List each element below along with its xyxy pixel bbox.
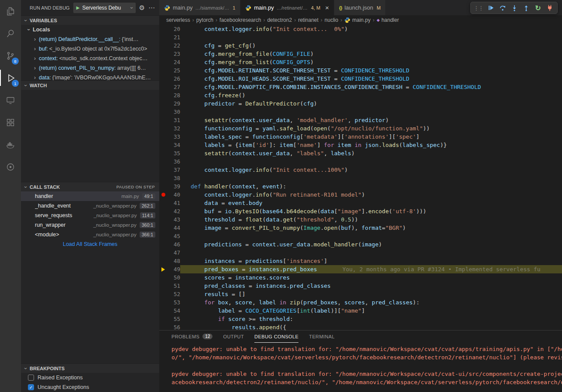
- gutter-margin[interactable]: [159, 25, 167, 33]
- code-line[interactable]: 38: [159, 174, 562, 182]
- code-line[interactable]: 50 scores = instances.scores: [159, 273, 562, 282]
- gutter-margin[interactable]: [159, 116, 167, 124]
- circle-tool-icon[interactable]: [0, 156, 21, 178]
- code-line[interactable]: 48 instances = predictions['instances']: [159, 257, 562, 265]
- gutter-margin[interactable]: [159, 174, 167, 182]
- gutter-margin[interactable]: [159, 282, 167, 290]
- code-line[interactable]: 22 cfg = get_cfg(): [159, 41, 562, 50]
- code-line[interactable]: 55 if score >= threshold:: [159, 315, 562, 323]
- stack-frame-row[interactable]: run_wrapper_nuclio_wrapper.py360:1: [21, 220, 159, 230]
- code-line[interactable]: 45: [159, 232, 562, 240]
- close-icon[interactable]: ×: [325, 4, 329, 11]
- remote-explorer-icon[interactable]: [0, 89, 21, 111]
- gutter-margin[interactable]: [159, 257, 167, 265]
- watch-section-header[interactable]: › WATCH: [21, 80, 159, 90]
- code-line[interactable]: 39def handler(context, event):: [159, 182, 562, 191]
- gutter-margin[interactable]: [159, 133, 167, 141]
- tab-main.py[interactable]: main.py…/retinanet/…4, M×: [240, 0, 334, 15]
- panel-tab-debug-console[interactable]: DEBUG CONSOLE: [254, 331, 298, 343]
- gutter-margin[interactable]: [159, 315, 167, 323]
- call-stack-section-header[interactable]: › CALL STACK PAUSED ON STEP: [21, 182, 159, 191]
- gutter-margin[interactable]: [159, 83, 167, 91]
- gutter-margin[interactable]: [159, 149, 167, 157]
- variable-row[interactable]: ›data:{'image': 'iVBORw0KGgoAAAANSUhE…: [21, 73, 159, 80]
- tab-launch.json[interactable]: {}launch.jsonM: [334, 0, 386, 15]
- breadcrumb-item[interactable]: main.py: [344, 17, 370, 23]
- gutter-margin[interactable]: [159, 141, 167, 149]
- code-line[interactable]: 42 buf = io.BytesIO(base64.b64decode(dat…: [159, 207, 562, 215]
- gutter-margin[interactable]: [159, 33, 167, 41]
- gutter-margin[interactable]: [159, 290, 167, 298]
- code-editor[interactable]: 20 context.logger.info("Init context... …: [159, 25, 562, 330]
- code-line[interactable]: 47: [159, 249, 562, 257]
- code-line[interactable]: 41 data = event.body: [159, 199, 562, 207]
- gutter-margin[interactable]: [159, 75, 167, 83]
- variables-section-header[interactable]: › VARIABLES: [21, 15, 159, 25]
- search-icon[interactable]: [0, 22, 21, 44]
- load-all-stack-frames-link[interactable]: Load All Stack Frames: [21, 239, 159, 249]
- continue-button[interactable]: [486, 3, 496, 13]
- code-line[interactable]: 49 pred_boxes = instances.pred_boxesYou,…: [159, 265, 562, 273]
- gutter-margin[interactable]: [159, 166, 167, 174]
- gutter-margin[interactable]: [159, 50, 167, 58]
- restart-button[interactable]: ↻: [533, 3, 543, 13]
- code-line[interactable]: 31 setattr(context.user_data, 'model_han…: [159, 116, 562, 124]
- gutter-margin[interactable]: [159, 58, 167, 66]
- explorer-icon[interactable]: [0, 0, 21, 22]
- variable-row[interactable]: ›(return) convert_PIL_to_numpy:array([[[…: [21, 63, 159, 73]
- checkbox-checked-icon[interactable]: ✓: [28, 384, 34, 390]
- code-line[interactable]: 35 setattr(context.user_data, "labels", …: [159, 149, 562, 157]
- code-line[interactable]: 33 labels_spec = functionconfig['metadat…: [159, 133, 562, 141]
- code-line[interactable]: 23 cfg.merge_from_file(CONFIG_FILE): [159, 50, 562, 58]
- code-line[interactable]: 54 label = COCO_CATEGORIES[int(label)]["…: [159, 307, 562, 315]
- gutter-margin[interactable]: [159, 199, 167, 207]
- gear-icon[interactable]: ⚙: [139, 4, 145, 11]
- gutter-margin[interactable]: [159, 66, 167, 75]
- debug-config-dropdown[interactable]: ▶ Serverless Debu ›: [73, 3, 136, 13]
- disconnect-button[interactable]: [545, 3, 555, 13]
- code-line[interactable]: 34 labels = {item['id']: item['name'] fo…: [159, 141, 562, 149]
- gutter-margin[interactable]: [159, 124, 167, 133]
- gutter-margin[interactable]: [159, 240, 167, 249]
- gutter-margin[interactable]: [159, 91, 167, 99]
- code-line[interactable]: 28 cfg.freeze(): [159, 91, 562, 99]
- code-line[interactable]: 36: [159, 157, 562, 166]
- start-debug-icon[interactable]: ▶: [76, 5, 80, 10]
- panel-tab-terminal[interactable]: TERMINAL: [309, 331, 335, 343]
- step-out-button[interactable]: [521, 3, 531, 13]
- gutter-margin[interactable]: [159, 298, 167, 307]
- stack-frame-row[interactable]: handlermain.py49:1: [21, 191, 159, 201]
- debug-console-output[interactable]: pydev debugger: unable to find translati…: [159, 343, 562, 392]
- code-line[interactable]: 51 pred_classes = instances.pred_classes: [159, 282, 562, 290]
- code-line[interactable]: 43 threshold = float(data.get("threshold…: [159, 215, 562, 224]
- toolbar-drag-handle[interactable]: ⋮⋮: [473, 5, 484, 11]
- gutter-margin[interactable]: [159, 273, 167, 282]
- gutter-margin[interactable]: [159, 323, 167, 330]
- code-line[interactable]: 44 image = convert_PIL_to_numpy(Image.op…: [159, 224, 562, 232]
- breadcrumb-item[interactable]: facebookresearch: [219, 17, 261, 23]
- gutter-margin[interactable]: [159, 249, 167, 257]
- code-line[interactable]: 46 predictions = context.user_data.model…: [159, 240, 562, 249]
- gutter-margin[interactable]: [159, 108, 167, 116]
- code-line[interactable]: 56 results.append({: [159, 323, 562, 330]
- gutter-margin[interactable]: [159, 99, 167, 108]
- breadcrumb-item[interactable]: ◆handler: [377, 17, 399, 23]
- tab-main.py[interactable]: main.py…/siammask/…1: [159, 0, 240, 15]
- stack-frame-row[interactable]: _handle_event_nuclio_wrapper.py262:1: [21, 201, 159, 211]
- gutter-margin[interactable]: [159, 191, 167, 199]
- code-line[interactable]: 40 context.logger.info("Run retinanet-R1…: [159, 191, 562, 199]
- breakpoints-section-header[interactable]: › BREAKPOINTS: [21, 363, 159, 373]
- panel-tab-problems[interactable]: PROBLEMS12: [171, 331, 212, 343]
- gutter-margin[interactable]: [159, 307, 167, 315]
- panel-tab-output[interactable]: OUTPUT: [223, 331, 244, 343]
- source-control-icon[interactable]: 8: [0, 44, 21, 67]
- step-over-button[interactable]: [497, 3, 508, 13]
- gutter-margin[interactable]: [159, 265, 167, 273]
- run-and-debug-icon[interactable]: 1: [0, 67, 21, 89]
- code-line[interactable]: 24 cfg.merge_from_list(CONFIG_OPTS): [159, 58, 562, 66]
- variable-row[interactable]: ›(return) DefaultPredictor.__call__:{'in…: [21, 34, 159, 44]
- code-line[interactable]: 20 context.logger.info("Init context... …: [159, 25, 562, 33]
- variable-row[interactable]: ›buf:<_io.BytesIO object at 0x7f5a2dc1ec…: [21, 44, 159, 54]
- code-line[interactable]: 32 functionconfig = yaml.safe_load(open(…: [159, 124, 562, 133]
- gutter-margin[interactable]: [159, 215, 167, 224]
